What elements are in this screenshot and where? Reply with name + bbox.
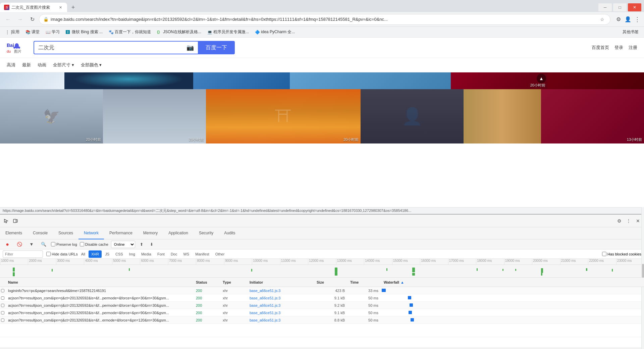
image-item[interactable] bbox=[193, 72, 290, 89]
minimize-button[interactable]: ─ bbox=[598, 3, 612, 11]
tab-application[interactable]: Application bbox=[163, 227, 194, 239]
image-item[interactable] bbox=[0, 72, 64, 89]
td-initiator[interactable]: base_a66ce51.js:3 bbox=[247, 311, 314, 315]
table-row[interactable]: logininfo?src=pc&page=searchresult&time=… bbox=[0, 287, 644, 294]
th-status[interactable]: Status bbox=[193, 280, 220, 284]
inspect-element-button[interactable] bbox=[1, 216, 11, 226]
baidu-search-input[interactable] bbox=[38, 45, 186, 51]
filter-text-input[interactable] bbox=[3, 250, 43, 258]
table-row[interactable]: acjson?tn=resultjson_com&ipn=rj&ct=20132… bbox=[0, 302, 644, 309]
th-initiator[interactable]: Initiator bbox=[247, 280, 314, 284]
menu-icon[interactable]: ⋮ bbox=[633, 15, 641, 23]
bookmark-idea[interactable]: 🔷 idea PyCharm 全... bbox=[252, 28, 298, 36]
bookmark-json[interactable]: {} JSON在线解析及格... bbox=[154, 28, 204, 36]
th-size[interactable]: Size bbox=[314, 280, 347, 284]
bookmark-ketang[interactable]: 📚 课堂 bbox=[23, 28, 42, 36]
close-button[interactable]: ✕ bbox=[628, 3, 641, 11]
th-waterfall[interactable]: Waterfall ▲ bbox=[381, 280, 644, 284]
image-item[interactable] bbox=[64, 72, 193, 89]
type-doc[interactable]: Doc bbox=[168, 250, 180, 258]
forward-button[interactable]: → bbox=[15, 14, 25, 25]
url-bar[interactable]: 🔒 image.baidu.com/search/index?tn=baidui… bbox=[39, 14, 610, 25]
image-item[interactable]: ⛩ 20小时前 bbox=[206, 89, 361, 143]
td-initiator[interactable]: base_a66ce51.js:3 bbox=[247, 303, 314, 307]
nav-size[interactable]: 全部尺寸 ▾ bbox=[53, 61, 74, 69]
row-checkbox[interactable] bbox=[0, 289, 5, 292]
image-item[interactable] bbox=[290, 72, 451, 89]
has-blocked-cookies[interactable]: Has blocked cookies bbox=[602, 252, 641, 256]
extension-icon-1[interactable]: ⚙ bbox=[614, 15, 623, 23]
type-xhr[interactable]: XHR bbox=[89, 250, 102, 258]
image-item[interactable]: 🦅 20小时前 bbox=[0, 89, 103, 143]
type-js[interactable]: JS bbox=[102, 250, 112, 258]
table-row[interactable]: acjson?tn=resultjson_com&ipn=rj&ct=20132… bbox=[0, 309, 644, 316]
tab-console[interactable]: Console bbox=[28, 227, 53, 239]
filter-button[interactable]: ▼ bbox=[27, 240, 36, 249]
bookmark-baidu[interactable]: 🐾 百度一下，你就知道 bbox=[106, 28, 154, 36]
row-checkbox[interactable] bbox=[0, 296, 5, 300]
bookmark-dev[interactable]: 💻 程序员开发专属激... bbox=[205, 28, 252, 36]
nav-color[interactable]: 全部颜色 ▾ bbox=[81, 61, 102, 69]
disable-cache-input[interactable] bbox=[80, 242, 84, 246]
row-checkbox[interactable] bbox=[0, 304, 5, 307]
tab-network[interactable]: Network bbox=[78, 227, 104, 239]
type-all[interactable]: All bbox=[78, 250, 88, 258]
type-img[interactable]: Img bbox=[126, 250, 138, 258]
preserve-log-input[interactable] bbox=[51, 242, 55, 246]
hide-data-urls-input[interactable] bbox=[46, 252, 51, 256]
export-har-button[interactable]: ⬇ bbox=[148, 241, 155, 248]
has-blocked-checkbox[interactable] bbox=[602, 252, 606, 256]
back-button[interactable]: ← bbox=[3, 14, 13, 25]
td-initiator[interactable]: base_a66ce51.js:3 bbox=[247, 296, 314, 300]
search-button[interactable]: 🔍 bbox=[39, 240, 48, 249]
type-css[interactable]: CSS bbox=[113, 250, 126, 258]
image-item[interactable]: 👤 bbox=[361, 89, 464, 143]
tab-sources[interactable]: Sources bbox=[53, 227, 78, 239]
tab-close-button[interactable]: ✕ bbox=[58, 5, 63, 10]
new-tab-button[interactable]: + bbox=[68, 3, 78, 12]
device-toolbar-button[interactable] bbox=[11, 216, 20, 226]
bookmark-others[interactable]: 其他书签 bbox=[620, 28, 641, 36]
image-scroll-up[interactable]: ▲ bbox=[537, 74, 546, 83]
baidu-register-link[interactable]: 注册 bbox=[629, 45, 637, 51]
type-font[interactable]: Font bbox=[155, 250, 167, 258]
reload-button[interactable]: ↻ bbox=[27, 14, 38, 25]
disable-cache-checkbox[interactable]: Disable cache bbox=[80, 242, 108, 246]
table-row[interactable]: acjson?tn=resultjson_com&ipn=rj&ct=20132… bbox=[0, 294, 644, 302]
row-checkbox[interactable] bbox=[0, 311, 5, 314]
nav-gaoxing[interactable]: 高清 bbox=[7, 61, 15, 69]
type-media[interactable]: Media bbox=[139, 250, 154, 258]
row-checkbox[interactable] bbox=[0, 318, 5, 322]
tab-elements[interactable]: Elements bbox=[0, 227, 28, 239]
image-item[interactable] bbox=[547, 72, 644, 89]
td-initiator[interactable]: base_a66ce51.js:3 bbox=[247, 289, 314, 293]
extension-icon-2[interactable]: 👤 bbox=[624, 15, 632, 23]
nav-donghua[interactable]: 动画 bbox=[38, 61, 46, 69]
table-row[interactable]: acjson?tn=resultjson_com&ipn=rj&ct=20132… bbox=[0, 316, 644, 324]
more-options-icon[interactable]: ⋮ bbox=[624, 216, 633, 226]
bookmark-xuexi[interactable]: 📖 学习 bbox=[43, 28, 62, 36]
bookmark-bing[interactable]: 🅱 微软 Bing 搜索 ... bbox=[63, 28, 105, 36]
tab-audits[interactable]: Audits bbox=[219, 227, 240, 239]
import-har-button[interactable]: ⬆ bbox=[138, 241, 145, 248]
clear-button[interactable]: 🚫 bbox=[15, 240, 24, 249]
active-tab[interactable]: 百 二次元_百度图片搜索 ✕ bbox=[0, 3, 67, 12]
record-button[interactable]: ● bbox=[3, 240, 12, 249]
tab-security[interactable]: Security bbox=[194, 227, 219, 239]
th-time[interactable]: Time bbox=[347, 280, 381, 284]
type-other[interactable]: Other bbox=[213, 250, 227, 258]
preserve-log-checkbox[interactable]: Preserve log bbox=[51, 242, 77, 246]
tab-performance[interactable]: Performance bbox=[104, 227, 138, 239]
bookmark-star-icon[interactable]: ☆ bbox=[598, 15, 606, 23]
image-item[interactable]: 20小时前 ▲ bbox=[451, 72, 547, 89]
baidu-search-box[interactable]: 📷 bbox=[34, 41, 198, 54]
settings-icon[interactable]: ⚙ bbox=[614, 216, 624, 226]
image-item[interactable]: 20小时前 bbox=[103, 89, 206, 143]
image-item[interactable] bbox=[464, 89, 541, 143]
camera-icon[interactable]: 📷 bbox=[186, 44, 194, 51]
network-throttle-select[interactable]: Online Fast 3G Slow 3G Offline bbox=[111, 241, 135, 248]
tab-memory[interactable]: Memory bbox=[138, 227, 163, 239]
hide-data-urls-checkbox[interactable]: Hide data URLs bbox=[46, 252, 78, 256]
th-name[interactable]: Name bbox=[5, 280, 193, 284]
baidu-logo[interactable]: Bai du 图片 bbox=[7, 41, 27, 54]
